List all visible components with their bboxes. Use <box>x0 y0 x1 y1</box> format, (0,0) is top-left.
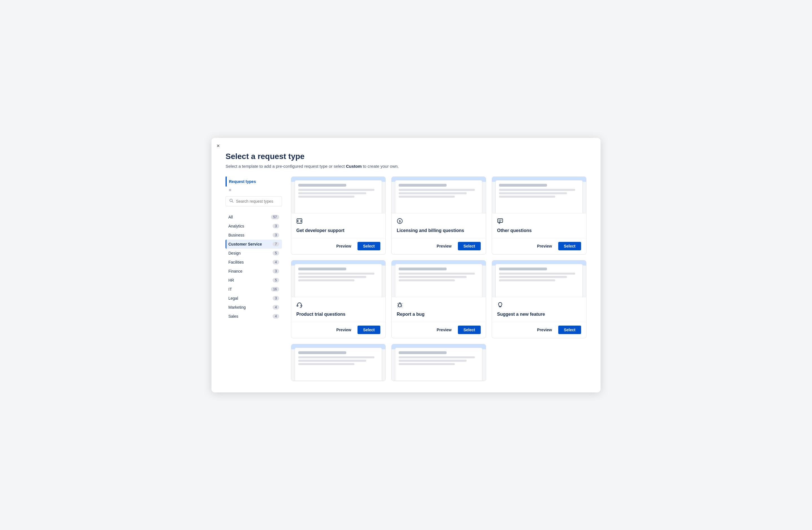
request-card-card-extra-2 <box>391 344 486 381</box>
card-preview-image <box>392 177 486 214</box>
search-icon <box>229 198 234 204</box>
svg-rect-5 <box>498 219 503 222</box>
card-actions: Preview Select <box>392 322 486 338</box>
main-content: Get developer support Preview Select $ L… <box>291 176 586 381</box>
category-item-sales[interactable]: Sales4 <box>226 312 282 321</box>
card-body: Product trial questions <box>291 297 386 322</box>
cards-grid: Get developer support Preview Select $ L… <box>291 176 586 381</box>
category-count: 3 <box>273 224 279 229</box>
category-count: 4 <box>273 305 279 310</box>
card-icon-bulb <box>497 301 581 310</box>
category-label: Analytics <box>228 224 244 229</box>
svg-text:$: $ <box>399 220 401 223</box>
preview-button[interactable]: Preview <box>434 326 454 334</box>
card-title: Report a bug <box>397 312 481 317</box>
select-button[interactable]: Select <box>458 242 481 250</box>
card-body: Report a bug <box>392 297 486 322</box>
card-title: Suggest a new feature <box>497 312 581 317</box>
select-button[interactable]: Select <box>558 242 581 250</box>
sidebar: Request types All57Analytics3Business3Cu… <box>226 176 282 381</box>
card-icon-headset <box>296 301 380 310</box>
card-actions: Preview Select <box>392 238 486 254</box>
preview-button[interactable]: Preview <box>334 326 354 334</box>
category-count: 4 <box>273 314 279 319</box>
category-count: 3 <box>273 233 279 237</box>
category-label: Finance <box>228 269 243 274</box>
card-title: Get developer support <box>296 228 380 233</box>
category-count: 3 <box>273 296 279 300</box>
category-item-hr[interactable]: HR5 <box>226 276 282 285</box>
card-body: $ Licensing and billing questions <box>392 214 486 238</box>
request-card-other-questions: Other questions Preview Select <box>492 176 586 254</box>
request-card-get-developer-support: Get developer support Preview Select <box>291 176 386 254</box>
category-label: Marketing <box>228 305 246 310</box>
close-button[interactable]: × <box>217 143 220 149</box>
category-count: 3 <box>273 269 279 274</box>
card-icon-billing: $ <box>397 218 481 226</box>
card-preview-image <box>492 177 586 214</box>
sidebar-nav-request-types[interactable]: Request types <box>226 176 282 187</box>
card-actions: Preview Select <box>291 322 386 338</box>
category-count: 5 <box>273 251 279 255</box>
search-input[interactable] <box>236 199 278 204</box>
svg-line-1 <box>232 201 233 202</box>
card-icon-bug <box>397 301 481 310</box>
request-card-product-trial: Product trial questions Preview Select <box>291 260 386 338</box>
card-preview-image <box>392 344 486 381</box>
category-label: Sales <box>228 314 238 319</box>
category-label: HR <box>228 278 234 282</box>
category-count: 5 <box>273 278 279 282</box>
category-label: All <box>228 215 233 219</box>
category-item-legal[interactable]: Legal3 <box>226 294 282 303</box>
sidebar-nav-sub <box>226 189 282 191</box>
card-actions: Preview Select <box>291 238 386 254</box>
card-icon-chat <box>497 218 581 226</box>
category-count: 57 <box>271 215 279 219</box>
category-list: All57Analytics3Business3Customer Service… <box>226 212 282 321</box>
category-item-it[interactable]: IT16 <box>226 285 282 294</box>
svg-line-12 <box>401 304 402 304</box>
request-card-suggest-feature: Suggest a new feature Preview Select <box>492 260 586 338</box>
preview-button[interactable]: Preview <box>334 242 354 250</box>
category-count: 16 <box>271 287 279 292</box>
select-button[interactable]: Select <box>358 242 380 250</box>
category-label: IT <box>228 287 232 292</box>
svg-line-16 <box>401 307 402 307</box>
card-body: Get developer support <box>291 214 386 238</box>
preview-button[interactable]: Preview <box>434 242 454 250</box>
category-label: Legal <box>228 296 238 300</box>
category-label: Facilities <box>228 260 244 264</box>
card-title: Licensing and billing questions <box>397 228 481 233</box>
category-item-all[interactable]: All57 <box>226 212 282 222</box>
category-count: 4 <box>273 260 279 264</box>
card-icon-code <box>296 218 380 226</box>
svg-line-11 <box>397 304 398 304</box>
category-item-finance[interactable]: Finance3 <box>226 267 282 276</box>
preview-button[interactable]: Preview <box>534 242 555 250</box>
request-card-report-bug: Report a bug Preview Select <box>391 260 486 338</box>
card-preview-image <box>291 344 386 381</box>
modal-subtitle: Select a template to add a pre-configure… <box>226 164 586 168</box>
category-item-design[interactable]: Design5 <box>226 249 282 258</box>
sidebar-nav-label: Request types <box>229 179 256 184</box>
preview-button[interactable]: Preview <box>534 326 555 334</box>
body-layout: Request types All57Analytics3Business3Cu… <box>226 176 586 381</box>
category-item-analytics[interactable]: Analytics3 <box>226 222 282 231</box>
category-count: 7 <box>273 242 279 246</box>
svg-point-10 <box>398 304 401 307</box>
modal: × Select a request type Select a templat… <box>212 138 600 393</box>
card-title: Product trial questions <box>296 312 380 317</box>
category-item-marketing[interactable]: Marketing4 <box>226 303 282 312</box>
select-button[interactable]: Select <box>458 326 481 334</box>
sidebar-active-bar <box>226 176 227 187</box>
svg-rect-8 <box>297 305 298 307</box>
card-preview-image <box>392 261 486 297</box>
category-item-customer-service[interactable]: Customer Service7 <box>226 240 282 249</box>
category-item-facilities[interactable]: Facilities4 <box>226 258 282 267</box>
category-item-business[interactable]: Business3 <box>226 231 282 240</box>
card-preview-image <box>291 261 386 297</box>
select-button[interactable]: Select <box>558 326 581 334</box>
request-card-licensing-billing: $ Licensing and billing questions Previe… <box>391 176 486 254</box>
card-title: Other questions <box>497 228 581 233</box>
select-button[interactable]: Select <box>358 326 380 334</box>
